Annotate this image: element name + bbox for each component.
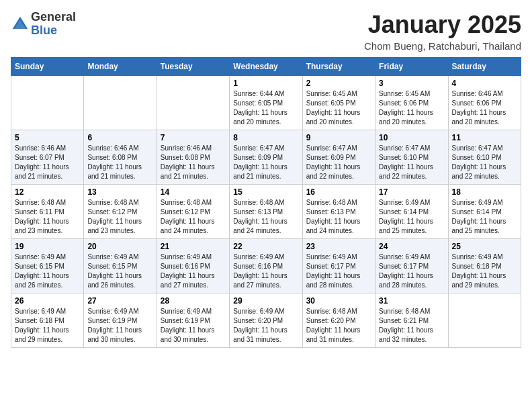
calendar-cell-w1-d1 xyxy=(11,76,84,130)
day-number: 26 xyxy=(15,296,80,306)
calendar-cell-w4-d7: 25Sunrise: 6:49 AMSunset: 6:18 PMDayligh… xyxy=(448,239,521,293)
day-number: 13 xyxy=(87,187,152,197)
day-info: Sunrise: 6:44 AMSunset: 6:05 PMDaylight:… xyxy=(233,89,298,127)
day-number: 3 xyxy=(379,79,444,88)
day-info: Sunrise: 6:48 AMSunset: 6:13 PMDaylight:… xyxy=(306,198,371,236)
day-number: 5 xyxy=(15,133,80,142)
weekday-header-friday: Friday xyxy=(375,58,448,76)
calendar-cell-w5-d6: 31Sunrise: 6:48 AMSunset: 6:21 PMDayligh… xyxy=(375,293,448,348)
day-number: 9 xyxy=(306,133,371,142)
day-info: Sunrise: 6:46 AMSunset: 6:07 PMDaylight:… xyxy=(15,144,80,181)
day-info: Sunrise: 6:49 AMSunset: 6:19 PMDaylight:… xyxy=(161,307,226,345)
calendar-cell-w5-d1: 26Sunrise: 6:49 AMSunset: 6:18 PMDayligh… xyxy=(11,293,84,348)
month-title: January 2025 xyxy=(364,11,521,39)
calendar-table: SundayMondayTuesdayWednesdayThursdayFrid… xyxy=(11,57,521,348)
weekday-header-wednesday: Wednesday xyxy=(230,58,302,76)
day-info: Sunrise: 6:49 AMSunset: 6:19 PMDaylight:… xyxy=(87,307,152,345)
calendar-cell-w3-d2: 13Sunrise: 6:48 AMSunset: 6:12 PMDayligh… xyxy=(84,185,157,239)
calendar-cell-w1-d4: 1Sunrise: 6:44 AMSunset: 6:05 PMDaylight… xyxy=(230,76,302,130)
weekday-header-row: SundayMondayTuesdayWednesdayThursdayFrid… xyxy=(11,58,521,76)
day-number: 22 xyxy=(233,242,298,251)
calendar-cell-w4-d5: 23Sunrise: 6:49 AMSunset: 6:17 PMDayligh… xyxy=(302,239,375,293)
title-block: January 2025 Chom Bueng, Ratchaburi, Tha… xyxy=(364,11,521,52)
weekday-header-saturday: Saturday xyxy=(448,58,521,76)
day-number: 7 xyxy=(161,133,226,142)
calendar-cell-w4-d4: 22Sunrise: 6:49 AMSunset: 6:16 PMDayligh… xyxy=(230,239,302,293)
day-info: Sunrise: 6:49 AMSunset: 6:17 PMDaylight:… xyxy=(379,253,444,290)
calendar-cell-w2-d4: 8Sunrise: 6:47 AMSunset: 6:09 PMDaylight… xyxy=(230,130,302,185)
day-number: 11 xyxy=(452,133,517,142)
day-number: 10 xyxy=(379,133,444,142)
calendar-cell-w2-d2: 6Sunrise: 6:46 AMSunset: 6:08 PMDaylight… xyxy=(84,130,157,185)
day-number: 21 xyxy=(161,242,226,251)
calendar-cell-w5-d5: 30Sunrise: 6:48 AMSunset: 6:20 PMDayligh… xyxy=(302,293,375,348)
calendar-cell-w3-d7: 18Sunrise: 6:49 AMSunset: 6:14 PMDayligh… xyxy=(448,185,521,239)
calendar-week-5: 26Sunrise: 6:49 AMSunset: 6:18 PMDayligh… xyxy=(11,293,521,348)
calendar-cell-w1-d3 xyxy=(157,76,229,130)
day-info: Sunrise: 6:45 AMSunset: 6:06 PMDaylight:… xyxy=(379,89,444,127)
logo-general-text: General xyxy=(31,10,76,24)
day-number: 24 xyxy=(379,242,444,251)
day-info: Sunrise: 6:47 AMSunset: 6:09 PMDaylight:… xyxy=(233,144,298,181)
day-number: 8 xyxy=(233,133,298,142)
day-info: Sunrise: 6:47 AMSunset: 6:10 PMDaylight:… xyxy=(452,144,517,181)
calendar-cell-w2-d3: 7Sunrise: 6:46 AMSunset: 6:08 PMDaylight… xyxy=(157,130,229,185)
day-info: Sunrise: 6:48 AMSunset: 6:20 PMDaylight:… xyxy=(306,307,371,345)
calendar-week-1: 1Sunrise: 6:44 AMSunset: 6:05 PMDaylight… xyxy=(11,76,521,130)
logo-icon xyxy=(11,15,30,34)
calendar-cell-w5-d4: 29Sunrise: 6:49 AMSunset: 6:20 PMDayligh… xyxy=(230,293,302,348)
day-number: 29 xyxy=(233,296,298,306)
calendar-cell-w5-d7 xyxy=(448,293,521,348)
day-info: Sunrise: 6:49 AMSunset: 6:18 PMDaylight:… xyxy=(15,307,80,345)
day-info: Sunrise: 6:48 AMSunset: 6:12 PMDaylight:… xyxy=(87,198,152,236)
day-info: Sunrise: 6:49 AMSunset: 6:14 PMDaylight:… xyxy=(379,198,444,236)
logo-text: General Blue xyxy=(31,11,76,38)
day-info: Sunrise: 6:46 AMSunset: 6:06 PMDaylight:… xyxy=(452,89,517,127)
day-info: Sunrise: 6:48 AMSunset: 6:12 PMDaylight:… xyxy=(161,198,226,236)
day-number: 20 xyxy=(87,242,152,251)
day-info: Sunrise: 6:49 AMSunset: 6:16 PMDaylight:… xyxy=(233,253,298,290)
calendar-cell-w3-d3: 14Sunrise: 6:48 AMSunset: 6:12 PMDayligh… xyxy=(157,185,229,239)
page-header: General Blue January 2025 Chom Bueng, Ra… xyxy=(11,11,521,52)
calendar-cell-w1-d2 xyxy=(84,76,157,130)
day-info: Sunrise: 6:49 AMSunset: 6:15 PMDaylight:… xyxy=(15,253,80,290)
day-number: 12 xyxy=(15,187,80,197)
calendar-week-2: 5Sunrise: 6:46 AMSunset: 6:07 PMDaylight… xyxy=(11,130,521,185)
calendar-cell-w5-d2: 27Sunrise: 6:49 AMSunset: 6:19 PMDayligh… xyxy=(84,293,157,348)
calendar-cell-w3-d5: 16Sunrise: 6:48 AMSunset: 6:13 PMDayligh… xyxy=(302,185,375,239)
calendar-cell-w4-d1: 19Sunrise: 6:49 AMSunset: 6:15 PMDayligh… xyxy=(11,239,84,293)
day-number: 30 xyxy=(306,296,371,306)
calendar-cell-w3-d4: 15Sunrise: 6:48 AMSunset: 6:13 PMDayligh… xyxy=(230,185,302,239)
calendar-cell-w1-d5: 2Sunrise: 6:45 AMSunset: 6:05 PMDaylight… xyxy=(302,76,375,130)
day-info: Sunrise: 6:48 AMSunset: 6:13 PMDaylight:… xyxy=(233,198,298,236)
calendar-cell-w2-d1: 5Sunrise: 6:46 AMSunset: 6:07 PMDaylight… xyxy=(11,130,84,185)
day-number: 23 xyxy=(306,242,371,251)
day-info: Sunrise: 6:47 AMSunset: 6:10 PMDaylight:… xyxy=(379,144,444,181)
calendar-week-4: 19Sunrise: 6:49 AMSunset: 6:15 PMDayligh… xyxy=(11,239,521,293)
calendar-cell-w5-d3: 28Sunrise: 6:49 AMSunset: 6:19 PMDayligh… xyxy=(157,293,229,348)
day-info: Sunrise: 6:49 AMSunset: 6:18 PMDaylight:… xyxy=(452,253,517,290)
calendar-cell-w2-d5: 9Sunrise: 6:47 AMSunset: 6:09 PMDaylight… xyxy=(302,130,375,185)
weekday-header-thursday: Thursday xyxy=(302,58,375,76)
weekday-header-sunday: Sunday xyxy=(11,58,84,76)
day-info: Sunrise: 6:49 AMSunset: 6:20 PMDaylight:… xyxy=(233,307,298,345)
logo-blue-text: Blue xyxy=(31,24,57,37)
weekday-header-monday: Monday xyxy=(84,58,157,76)
day-number: 6 xyxy=(87,133,152,142)
day-number: 18 xyxy=(452,187,517,197)
calendar-cell-w1-d6: 3Sunrise: 6:45 AMSunset: 6:06 PMDaylight… xyxy=(375,76,448,130)
day-number: 25 xyxy=(452,242,517,251)
day-number: 1 xyxy=(233,79,298,88)
day-info: Sunrise: 6:48 AMSunset: 6:11 PMDaylight:… xyxy=(15,198,80,236)
day-number: 15 xyxy=(233,187,298,197)
day-number: 28 xyxy=(161,296,226,306)
day-info: Sunrise: 6:49 AMSunset: 6:17 PMDaylight:… xyxy=(306,253,371,290)
day-number: 27 xyxy=(87,296,152,306)
calendar-week-3: 12Sunrise: 6:48 AMSunset: 6:11 PMDayligh… xyxy=(11,185,521,239)
day-number: 16 xyxy=(306,187,371,197)
day-info: Sunrise: 6:46 AMSunset: 6:08 PMDaylight:… xyxy=(87,144,152,181)
calendar-cell-w1-d7: 4Sunrise: 6:46 AMSunset: 6:06 PMDaylight… xyxy=(448,76,521,130)
calendar-cell-w3-d6: 17Sunrise: 6:49 AMSunset: 6:14 PMDayligh… xyxy=(375,185,448,239)
calendar-cell-w4-d6: 24Sunrise: 6:49 AMSunset: 6:17 PMDayligh… xyxy=(375,239,448,293)
day-number: 14 xyxy=(161,187,226,197)
